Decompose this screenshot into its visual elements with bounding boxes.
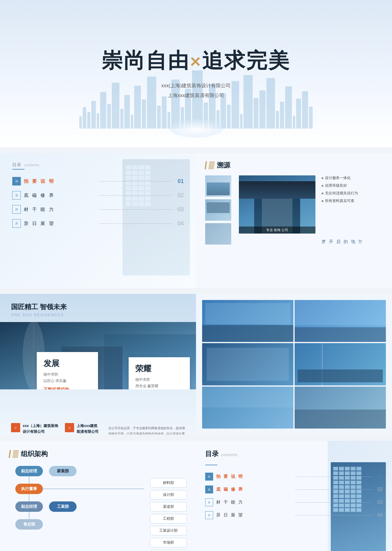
toc-label-1: 拍 要 说 明 <box>24 178 96 184</box>
toc-label-3: 材 干 能 力 <box>24 207 96 212</box>
guo-slide: 国匠精工 智领未来 ONE SHO RESIDENCES <box>0 294 196 435</box>
guo-card1-sub1: 稳中求胜 <box>43 372 58 377</box>
suoyuan-title-accent2 <box>208 161 215 169</box>
guo-company1-box: 公 xxx（上海）建筑装饰设计有限公司 成立于2018！ 地址位于宝山区铁大场路… <box>11 423 59 435</box>
toc2-num-4: 04 <box>374 512 383 518</box>
toc2-dots-1 <box>295 477 371 477</box>
org-level-deputy2: 副总经理 工装部 <box>9 501 144 512</box>
guo-card2-sub1: 稳中求胜 <box>135 377 150 382</box>
photo-cell-6 <box>295 387 386 429</box>
toc-item-1[interactable]: 拍 拍 要 说 明 01 <box>12 177 184 186</box>
suoyuan-main-img-label: 专业 装饰 公司 <box>239 227 315 234</box>
guo-company2-box: 公 上海xxx建筑装潢有限公司 成立于2018年！ 地址宝丽佳义！ <box>65 423 99 435</box>
toc2-label-2: 底 磁 修 养 <box>216 487 292 492</box>
toc2-label-1: 拍 要 说 明 <box>216 474 292 479</box>
guo-company1-icon: 公 <box>11 423 20 432</box>
suoyuan-title-accent <box>205 161 207 169</box>
org-hline1 <box>43 489 144 489</box>
suoyuan-img-small-2 <box>205 199 231 221</box>
toc-item-2[interactable]: 底 底 磁 修 养 02 <box>12 191 184 200</box>
photo-cell-5 <box>202 387 293 429</box>
suoyuan-title-bar: 溯源 <box>205 161 383 170</box>
suoyuan-feature-4: 所有资料真实可查 <box>322 198 383 204</box>
suoyuan-feature-2: 信用等级良好 <box>322 183 383 188</box>
guo-companies: 公 xxx（上海）建筑装饰设计有限公司 成立于2018！ 地址位于宝山区铁大场路… <box>11 423 99 435</box>
org-chart-left: 副总经理 家装部 执行董事 副总经理 工装部 <box>9 466 144 551</box>
toc-dots-1 <box>99 181 172 182</box>
toc2-num-3: 03 <box>374 500 383 505</box>
guo-title: 国匠精工 智领未来 ONE SHO RESIDENCES <box>11 302 185 317</box>
spacer3 <box>0 435 392 441</box>
toc-icon-3: 材 <box>12 205 21 214</box>
org-dept-5: 工装设计部 <box>150 526 187 535</box>
toc2-underline <box>205 465 217 465</box>
hero-title: 崇尚自由×追求完美 <box>102 47 290 75</box>
toc2-item-3[interactable]: 材 材 干 能 力 03 <box>205 498 383 506</box>
toc2-item-1[interactable]: 拍 拍 要 说 明 01 <box>205 473 383 481</box>
title-part1: 崇尚自由 <box>102 49 190 72</box>
toc-item-4[interactable]: 异 异 日 展 望 04 <box>12 219 184 228</box>
org-chart-wrapper: 副总经理 家装部 执行董事 副总经理 工装部 <box>9 466 187 551</box>
toc2-label-3: 材 干 能 力 <box>216 500 292 505</box>
toc2-dots-2 <box>295 489 371 490</box>
toc2-item-4[interactable]: 异 异 日 展 望 04 <box>205 511 383 519</box>
toc-item-3[interactable]: 材 材 干 能 力 03 <box>12 205 184 214</box>
guo-subtitle-text: ONE SHO RESIDENCES <box>11 313 185 317</box>
spacer1 <box>0 147 392 153</box>
org-title-bar: 组织架构 <box>9 449 187 459</box>
org-after-sales-row: 售后部 <box>9 519 144 530</box>
org-vline1 <box>29 476 29 484</box>
org-dept-4: 工程部 <box>150 514 187 523</box>
org-home-deco: 家装部 <box>49 466 77 476</box>
title-part2: 追求完美 <box>202 49 290 72</box>
guo-company2-icon: 公 <box>65 423 74 432</box>
toc2-label-cn: 目录 <box>205 449 219 459</box>
toc-icon-2: 底 <box>12 191 21 200</box>
toc2-icon-4: 异 <box>205 511 213 519</box>
toc-label-en: contents <box>24 163 40 167</box>
toc-underline <box>12 169 24 170</box>
suoyuan-features-list: 设计服务一体化 信用等级良好 无任何违规失信行为 所有资料真实可查 <box>322 175 383 206</box>
org-level-deputy: 副总经理 家装部 <box>9 466 144 476</box>
guo-bottom-info: 公 xxx（上海）建筑装饰设计有限公司 成立于2018！ 地址位于宝山区铁大场路… <box>11 420 185 435</box>
toc-num-2: 02 <box>175 192 184 199</box>
org-slide: 组织架构 副总经理 家装部 执行董事 <box>0 441 196 551</box>
hero-slide: 崇尚自由×追求完美 xxx(上海)建筑装饰设计有限公司 上海xxx建筑装潢有限公… <box>0 0 392 147</box>
suoyuan-slogan: 梦 开 启 的 地 方 <box>322 239 383 245</box>
toc2-num-2: 02 <box>374 487 383 492</box>
toc2-slide: 目录 contents 拍 拍 要 说 明 01 底 底 磁 修 养 02 材 … <box>196 441 392 551</box>
toc-icon-1: 拍 <box>12 177 21 186</box>
org-dept-6: 市场部 <box>150 538 187 547</box>
toc2-icon-1: 拍 <box>205 473 213 481</box>
row3: 国匠精工 智领未来 ONE SHO RESIDENCES <box>0 294 392 435</box>
guo-title-text: 国匠精工 智领未来 <box>11 302 185 312</box>
toc-slide: 目录 contents 拍 拍 要 说 明 01 底 底 磁 修 养 02 材 … <box>0 153 196 288</box>
guo-card1-title: 发展 <box>43 358 91 369</box>
guo-card1-sub: 稳中求胜 以匠心 求共赢 <box>43 371 91 384</box>
toc-dots-4 <box>99 223 172 224</box>
company1-text: xxx(上海)建筑装饰设计有限公司 <box>161 81 231 91</box>
suoyuan-img-small-3 <box>205 223 231 245</box>
row4: 组织架构 副总经理 家装部 执行董事 <box>0 441 392 551</box>
guo-card-rongyao: 荣耀 稳中求胜 用专业 赢荣耀 赢得广泛好评 <box>129 357 190 389</box>
org-vline3 <box>29 512 29 519</box>
toc2-dots-4 <box>295 515 371 515</box>
org-dept-2: 设计部 <box>150 490 187 500</box>
guo-company1-name: xxx（上海）建筑装饰设计有限公司 <box>23 423 59 435</box>
photo-cell-4 <box>295 343 386 385</box>
toc2-label-en: contents <box>221 453 237 457</box>
toc2-num-1: 01 <box>374 474 383 479</box>
toc-label-cn: 目录 <box>12 162 21 167</box>
org-deputy2: 副总经理 <box>15 501 43 512</box>
toc-dots-2 <box>99 195 172 196</box>
org-exec: 执行董事 <box>15 484 43 494</box>
toc2-item-2[interactable]: 底 底 磁 修 养 02 <box>205 485 383 493</box>
org-eng: 工装部 <box>49 501 77 512</box>
suoyuan-slide: 溯源 <box>196 153 392 288</box>
suoyuan-feature-3: 无任何违规失信行为 <box>322 191 383 196</box>
org-exec-row: 执行董事 <box>9 484 144 494</box>
guo-company1-info: xxx（上海）建筑装饰设计有限公司 成立于2018！ 地址位于宝山区铁大场路52… <box>23 423 59 435</box>
toc-num-4: 04 <box>175 220 184 227</box>
guo-card2-sub: 稳中求胜 用专业 赢荣耀 <box>135 377 183 389</box>
guo-card2-sub2: 用专业 赢荣耀 <box>135 384 158 388</box>
